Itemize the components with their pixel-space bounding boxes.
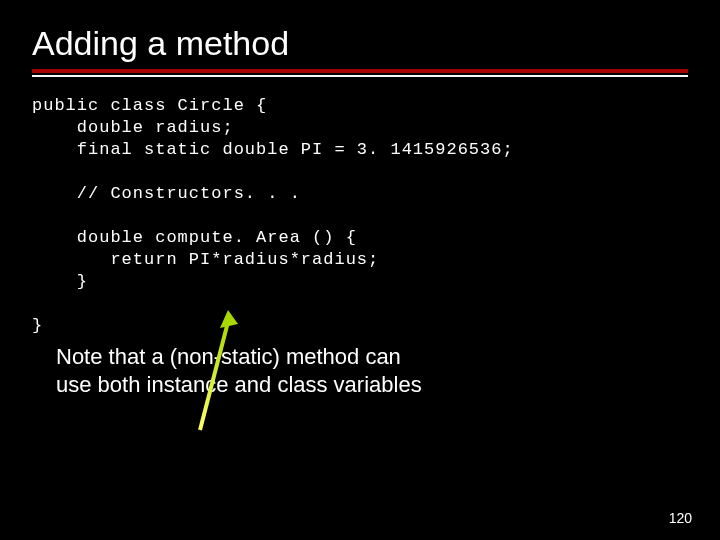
note-line: Note that a (non-static) method can [56,344,401,369]
code-line: public class Circle { [32,96,267,115]
code-line: // Constructors. . . [32,184,301,203]
note-line: use both instance and class variables [56,372,422,397]
code-line: final static double PI = 3. 1415926536; [32,140,514,159]
rule-red [32,69,688,73]
code-block: public class Circle { double radius; fin… [32,95,688,337]
code-line: double radius; [32,118,234,137]
page-number: 120 [669,510,692,526]
rule-white [32,75,688,77]
slide-title: Adding a method [32,24,688,63]
code-line: return PI*radius*radius; [32,250,379,269]
code-line: } [32,272,88,291]
note-text: Note that a (non-static) method can use … [32,343,688,399]
code-line: } [32,316,43,335]
code-line: double compute. Area () { [32,228,357,247]
slide: Adding a method public class Circle { do… [0,0,720,540]
title-rule [32,69,688,77]
